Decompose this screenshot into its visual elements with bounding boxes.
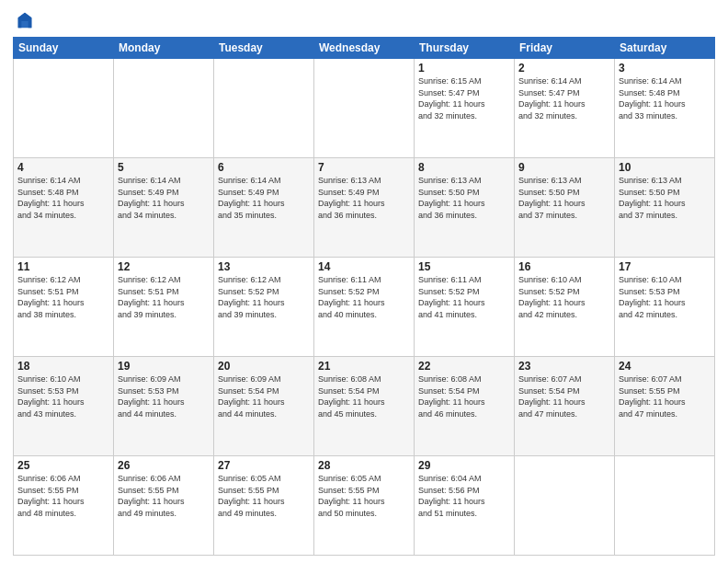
day-number: 25 (17, 459, 109, 472)
day-cell: 25Sunrise: 6:06 AM Sunset: 5:55 PM Dayli… (14, 456, 114, 556)
day-cell: 24Sunrise: 6:07 AM Sunset: 5:55 PM Dayli… (615, 357, 715, 456)
header (13, 9, 715, 31)
day-info: Sunrise: 6:05 AM Sunset: 5:55 PM Dayligh… (318, 473, 410, 519)
day-cell: 9Sunrise: 6:13 AM Sunset: 5:50 PM Daylig… (515, 158, 615, 258)
day-number: 15 (418, 260, 510, 273)
day-info: Sunrise: 6:13 AM Sunset: 5:50 PM Dayligh… (418, 175, 510, 221)
day-info: Sunrise: 6:05 AM Sunset: 5:55 PM Dayligh… (218, 473, 310, 519)
day-info: Sunrise: 6:10 AM Sunset: 5:53 PM Dayligh… (619, 274, 711, 320)
day-number: 8 (418, 161, 510, 174)
day-info: Sunrise: 6:14 AM Sunset: 5:48 PM Dayligh… (619, 75, 711, 121)
day-number: 13 (218, 260, 310, 273)
day-cell (114, 59, 214, 158)
day-cell (515, 456, 615, 556)
col-header-monday: Monday (114, 38, 214, 59)
day-info: Sunrise: 6:07 AM Sunset: 5:55 PM Dayligh… (619, 373, 711, 419)
day-info: Sunrise: 6:15 AM Sunset: 5:47 PM Dayligh… (418, 75, 510, 121)
day-info: Sunrise: 6:13 AM Sunset: 5:49 PM Dayligh… (318, 175, 410, 221)
day-cell: 15Sunrise: 6:11 AM Sunset: 5:52 PM Dayli… (415, 258, 515, 357)
week-row-3: 11Sunrise: 6:12 AM Sunset: 5:51 PM Dayli… (14, 258, 715, 357)
day-cell: 14Sunrise: 6:11 AM Sunset: 5:52 PM Dayli… (314, 258, 415, 357)
day-cell: 6Sunrise: 6:14 AM Sunset: 5:49 PM Daylig… (214, 158, 314, 258)
day-info: Sunrise: 6:06 AM Sunset: 5:55 PM Dayligh… (118, 473, 210, 519)
day-info: Sunrise: 6:12 AM Sunset: 5:52 PM Dayligh… (218, 274, 310, 320)
day-info: Sunrise: 6:13 AM Sunset: 5:50 PM Dayligh… (518, 175, 610, 221)
day-cell: 3Sunrise: 6:14 AM Sunset: 5:48 PM Daylig… (615, 59, 715, 158)
day-cell: 28Sunrise: 6:05 AM Sunset: 5:55 PM Dayli… (314, 456, 415, 556)
week-row-5: 25Sunrise: 6:06 AM Sunset: 5:55 PM Dayli… (14, 456, 715, 556)
day-info: Sunrise: 6:12 AM Sunset: 5:51 PM Dayligh… (17, 274, 109, 320)
day-info: Sunrise: 6:14 AM Sunset: 5:49 PM Dayligh… (218, 175, 310, 221)
day-cell: 1Sunrise: 6:15 AM Sunset: 5:47 PM Daylig… (415, 59, 515, 158)
calendar-table: SundayMondayTuesdayWednesdayThursdayFrid… (13, 37, 715, 556)
day-cell: 17Sunrise: 6:10 AM Sunset: 5:53 PM Dayli… (615, 258, 715, 357)
day-info: Sunrise: 6:04 AM Sunset: 5:56 PM Dayligh… (418, 473, 510, 519)
day-info: Sunrise: 6:09 AM Sunset: 5:54 PM Dayligh… (218, 373, 310, 419)
day-info: Sunrise: 6:10 AM Sunset: 5:52 PM Dayligh… (518, 274, 610, 320)
day-cell: 18Sunrise: 6:10 AM Sunset: 5:53 PM Dayli… (14, 357, 114, 456)
day-info: Sunrise: 6:07 AM Sunset: 5:54 PM Dayligh… (518, 373, 610, 419)
header-row: SundayMondayTuesdayWednesdayThursdayFrid… (14, 38, 715, 59)
day-cell (214, 59, 314, 158)
day-cell: 5Sunrise: 6:14 AM Sunset: 5:49 PM Daylig… (114, 158, 214, 258)
day-number: 24 (619, 360, 711, 373)
day-number: 18 (17, 360, 109, 373)
day-cell (14, 59, 114, 158)
day-number: 4 (17, 161, 109, 174)
day-cell: 8Sunrise: 6:13 AM Sunset: 5:50 PM Daylig… (415, 158, 515, 258)
page: SundayMondayTuesdayWednesdayThursdayFrid… (0, 0, 728, 563)
day-info: Sunrise: 6:09 AM Sunset: 5:53 PM Dayligh… (118, 373, 210, 419)
day-number: 5 (118, 161, 210, 174)
day-cell: 20Sunrise: 6:09 AM Sunset: 5:54 PM Dayli… (214, 357, 314, 456)
day-number: 22 (418, 360, 510, 373)
logo-icon (15, 11, 35, 31)
day-cell: 23Sunrise: 6:07 AM Sunset: 5:54 PM Dayli… (515, 357, 615, 456)
col-header-sunday: Sunday (14, 38, 114, 59)
day-info: Sunrise: 6:06 AM Sunset: 5:55 PM Dayligh… (17, 473, 109, 519)
day-number: 14 (318, 260, 410, 273)
day-cell: 10Sunrise: 6:13 AM Sunset: 5:50 PM Dayli… (615, 158, 715, 258)
col-header-wednesday: Wednesday (314, 38, 415, 59)
day-info: Sunrise: 6:14 AM Sunset: 5:47 PM Dayligh… (518, 75, 610, 121)
day-number: 19 (118, 360, 210, 373)
day-number: 3 (619, 62, 711, 75)
day-cell: 22Sunrise: 6:08 AM Sunset: 5:54 PM Dayli… (415, 357, 515, 456)
day-cell: 29Sunrise: 6:04 AM Sunset: 5:56 PM Dayli… (415, 456, 515, 556)
day-number: 10 (619, 161, 711, 174)
week-row-1: 1Sunrise: 6:15 AM Sunset: 5:47 PM Daylig… (14, 59, 715, 158)
day-cell: 19Sunrise: 6:09 AM Sunset: 5:53 PM Dayli… (114, 357, 214, 456)
day-cell: 4Sunrise: 6:14 AM Sunset: 5:48 PM Daylig… (14, 158, 114, 258)
day-info: Sunrise: 6:14 AM Sunset: 5:48 PM Dayligh… (17, 175, 109, 221)
day-number: 23 (518, 360, 610, 373)
day-cell: 12Sunrise: 6:12 AM Sunset: 5:51 PM Dayli… (114, 258, 214, 357)
day-info: Sunrise: 6:14 AM Sunset: 5:49 PM Dayligh… (118, 175, 210, 221)
col-header-tuesday: Tuesday (214, 38, 314, 59)
week-row-2: 4Sunrise: 6:14 AM Sunset: 5:48 PM Daylig… (14, 158, 715, 258)
day-number: 11 (17, 260, 109, 273)
day-number: 28 (318, 459, 410, 472)
day-cell (314, 59, 415, 158)
day-number: 9 (518, 161, 610, 174)
col-header-friday: Friday (515, 38, 615, 59)
day-info: Sunrise: 6:11 AM Sunset: 5:52 PM Dayligh… (418, 274, 510, 320)
day-number: 1 (418, 62, 510, 75)
day-cell: 2Sunrise: 6:14 AM Sunset: 5:47 PM Daylig… (515, 59, 615, 158)
day-cell: 27Sunrise: 6:05 AM Sunset: 5:55 PM Dayli… (214, 456, 314, 556)
day-number: 21 (318, 360, 410, 373)
day-number: 20 (218, 360, 310, 373)
col-header-thursday: Thursday (415, 38, 515, 59)
day-cell (615, 456, 715, 556)
col-header-saturday: Saturday (615, 38, 715, 59)
day-cell: 13Sunrise: 6:12 AM Sunset: 5:52 PM Dayli… (214, 258, 314, 357)
day-number: 17 (619, 260, 711, 273)
day-number: 16 (518, 260, 610, 273)
day-info: Sunrise: 6:11 AM Sunset: 5:52 PM Dayligh… (318, 274, 410, 320)
day-info: Sunrise: 6:08 AM Sunset: 5:54 PM Dayligh… (418, 373, 510, 419)
day-cell: 16Sunrise: 6:10 AM Sunset: 5:52 PM Dayli… (515, 258, 615, 357)
day-number: 27 (218, 459, 310, 472)
day-info: Sunrise: 6:12 AM Sunset: 5:51 PM Dayligh… (118, 274, 210, 320)
day-cell: 26Sunrise: 6:06 AM Sunset: 5:55 PM Dayli… (114, 456, 214, 556)
day-cell: 7Sunrise: 6:13 AM Sunset: 5:49 PM Daylig… (314, 158, 415, 258)
week-row-4: 18Sunrise: 6:10 AM Sunset: 5:53 PM Dayli… (14, 357, 715, 456)
day-cell: 21Sunrise: 6:08 AM Sunset: 5:54 PM Dayli… (314, 357, 415, 456)
